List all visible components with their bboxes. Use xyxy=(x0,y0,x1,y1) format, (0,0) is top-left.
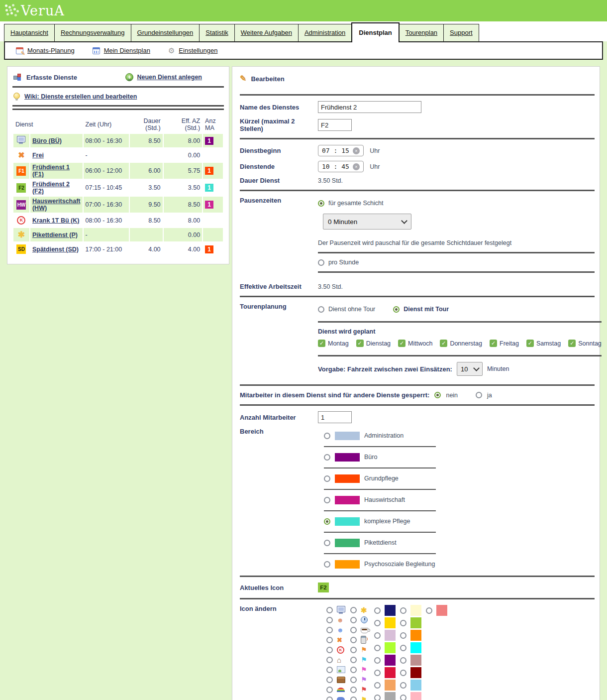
dienstende-input[interactable]: 10 : 45 × xyxy=(318,161,364,172)
radio-bereich-komplexe-pflege[interactable] xyxy=(324,518,330,525)
radio-color[interactable] xyxy=(374,645,381,651)
divider xyxy=(324,553,436,554)
radio-bereich-grundpflege[interactable] xyxy=(324,475,330,482)
checkbox-dienstag[interactable] xyxy=(356,340,364,347)
name-input[interactable] xyxy=(318,101,421,113)
radio-color[interactable] xyxy=(400,645,406,651)
radio-icon-coffee[interactable] xyxy=(350,627,357,633)
radio-color[interactable] xyxy=(374,682,381,689)
radio-icon-krank[interactable] xyxy=(326,647,333,653)
calendar-pencil-icon xyxy=(16,47,23,54)
subnav-einstellungen[interactable]: Einstellungen xyxy=(168,47,218,54)
dienst-link[interactable]: Frei xyxy=(32,152,44,159)
radio-icon-car[interactable] xyxy=(326,697,333,700)
wiki-link[interactable]: Wiki: Dienste erstellen und bearbeiten xyxy=(24,93,137,100)
radio-color[interactable] xyxy=(400,632,406,639)
radio-icon-house[interactable] xyxy=(326,657,333,663)
radio-fuer-gesamte-schicht[interactable] xyxy=(318,200,324,207)
tab-rechnungsverwaltung[interactable]: Rechnungsverwaltung xyxy=(54,24,131,41)
kuerzel-input[interactable] xyxy=(318,119,352,131)
checkbox-donnerstag[interactable] xyxy=(440,340,447,347)
subnav-mein-dienstplan[interactable]: Mein Dienstplan xyxy=(93,47,150,54)
dienst-link[interactable]: Pikettdienst (P) xyxy=(32,232,78,238)
radio-bereich-psychosoziale-begleitung[interactable] xyxy=(324,561,330,568)
radio-icon-chest[interactable] xyxy=(326,677,333,683)
radio-color[interactable] xyxy=(400,695,406,700)
radio-color[interactable] xyxy=(374,695,381,700)
clear-time-icon[interactable]: × xyxy=(353,147,360,154)
checkbox-freitag[interactable] xyxy=(490,340,497,347)
radio-color[interactable] xyxy=(374,620,381,626)
pause-minuten-select[interactable]: 0 Minuten xyxy=(323,214,411,230)
dienst-link[interactable]: Büro (BÜ) xyxy=(32,137,62,144)
radio-bereich-administration[interactable] xyxy=(324,433,330,439)
radio-color[interactable] xyxy=(374,607,381,614)
radio-icon-flag-red[interactable] xyxy=(350,687,357,693)
tab-statistik[interactable]: Statistik xyxy=(199,24,235,41)
name-row: Name des Dienstes xyxy=(240,101,595,113)
divider xyxy=(324,532,436,533)
radio-bereich-hauswirtschaft[interactable] xyxy=(324,497,330,503)
dienst-mit-tour-option: Dienst mit Tour xyxy=(393,306,449,313)
radio-icon-flag-yellow[interactable] xyxy=(350,697,357,700)
checkbox-mittwoch[interactable] xyxy=(398,340,405,347)
clear-time-icon[interactable]: × xyxy=(353,163,360,170)
radio-icon-alarm[interactable] xyxy=(350,617,357,623)
subnav-monats-planung[interactable]: Monats-Planung xyxy=(16,47,75,54)
dienst-link[interactable]: Frühdienst 2 (F2) xyxy=(32,181,70,195)
tab-dienstplan[interactable]: Dienstplan xyxy=(351,22,399,42)
radio-gesperrt-ja[interactable] xyxy=(476,392,482,398)
dauer-dienst-value: 3.50 Std. xyxy=(318,177,595,184)
radio-color[interactable] xyxy=(374,670,381,676)
dienst-link[interactable]: Frühdienst 1 (F1) xyxy=(32,164,70,178)
mobile-phone-icon xyxy=(361,636,366,644)
fahrzeit-select[interactable]: 10 xyxy=(457,362,483,376)
radio-icon-flag-orange[interactable] xyxy=(350,647,357,653)
radio-color[interactable] xyxy=(374,657,381,664)
radio-icon-person-clock-red[interactable] xyxy=(326,617,333,623)
radio-icon-flag-cyan[interactable] xyxy=(350,657,357,663)
tab-administration[interactable]: Administration xyxy=(298,24,352,41)
radio-icon-phone[interactable] xyxy=(350,637,357,643)
radio-icon-asterisk[interactable] xyxy=(350,607,357,613)
radio-icon-flag-violet[interactable] xyxy=(350,677,357,683)
radio-color[interactable] xyxy=(426,607,432,614)
table-header-row: Dienst Zeit (Uhr) Dauer (Std.) Eff. AZ (… xyxy=(13,116,223,133)
rainbow-icon xyxy=(337,688,345,692)
radio-color[interactable] xyxy=(400,607,406,614)
dienst-link[interactable]: Krank 1T Bü (K) xyxy=(32,217,79,224)
radio-icon-cross[interactable] xyxy=(326,637,333,643)
tab-support[interactable]: Support xyxy=(443,24,479,41)
anz-ma-badge: 1 xyxy=(205,137,213,145)
checkbox-montag[interactable] xyxy=(318,340,325,347)
checkbox-samstag[interactable] xyxy=(526,340,534,347)
radio-icon-picture[interactable] xyxy=(326,667,333,673)
anzahl-mitarbeiter-input[interactable] xyxy=(318,411,352,423)
dienst-icon-sd: SD xyxy=(16,244,26,254)
radio-color[interactable] xyxy=(374,632,381,639)
checkbox-sonntag[interactable] xyxy=(568,340,576,347)
form-title: Bearbeiten xyxy=(240,73,595,89)
neuen-dienst-anlegen-link[interactable]: Neuen Dienst anlegen xyxy=(125,73,202,81)
radio-dienst-ohne-tour[interactable] xyxy=(318,306,324,313)
radio-gesperrt-nein[interactable] xyxy=(434,392,441,398)
tab-grundeinstellungen[interactable]: Grundeinstellungen xyxy=(131,24,200,41)
tab-tourenplan[interactable]: Tourenplan xyxy=(399,24,444,41)
radio-pro-stunde[interactable] xyxy=(318,259,324,266)
dienst-link[interactable]: Hausweritschaft (HW) xyxy=(32,198,81,212)
radio-dienst-mit-tour[interactable] xyxy=(393,306,400,313)
radio-color[interactable] xyxy=(400,670,406,676)
radio-color[interactable] xyxy=(400,620,406,626)
dienstbeginn-input[interactable]: 07 : 15 × xyxy=(318,145,364,156)
radio-icon-rainbow[interactable] xyxy=(326,687,333,693)
radio-color[interactable] xyxy=(400,682,406,689)
radio-bereich-pikettdienst[interactable] xyxy=(324,540,330,546)
dienst-link[interactable]: Spätdienst (SD) xyxy=(32,246,79,253)
tab-hauptansicht[interactable]: Hauptansicht xyxy=(4,24,55,41)
radio-icon-computer[interactable] xyxy=(326,607,333,613)
radio-icon-flag-magenta[interactable] xyxy=(350,667,357,673)
radio-icon-person-clock-blue[interactable] xyxy=(326,627,333,633)
radio-bereich-buero[interactable] xyxy=(324,454,330,461)
radio-color[interactable] xyxy=(400,657,406,664)
tab-weitere-aufgaben[interactable]: Weitere Aufgaben xyxy=(234,24,299,41)
